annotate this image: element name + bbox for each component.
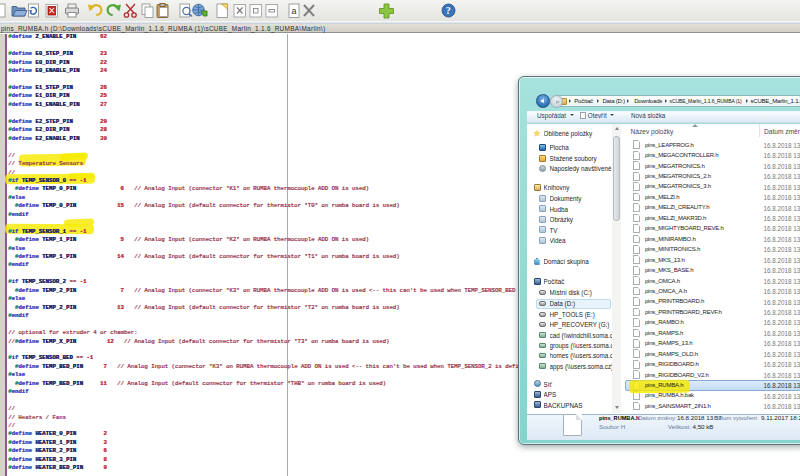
svg-text:a: a: [292, 6, 297, 16]
svg-text:?: ?: [446, 5, 451, 16]
